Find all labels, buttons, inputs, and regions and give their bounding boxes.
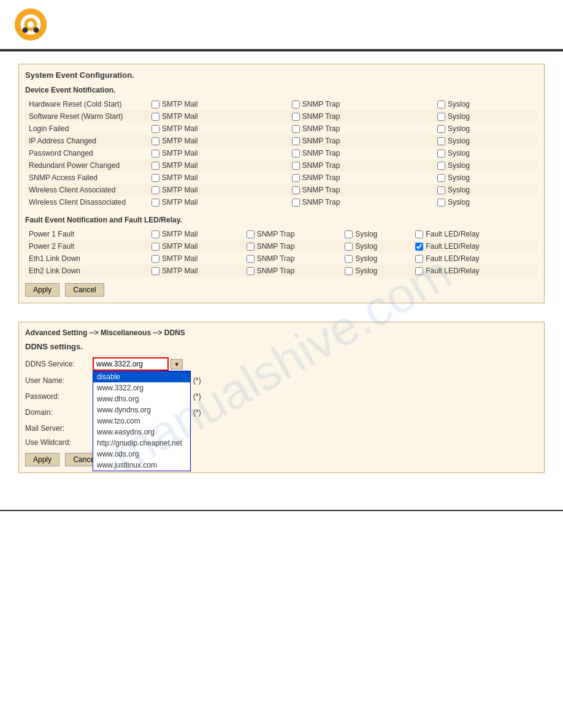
syslog-label: Syslog — [448, 198, 470, 207]
snmp-checkbox[interactable] — [292, 186, 300, 194]
snmp-checkbox[interactable] — [292, 162, 300, 170]
section1-cancel-button[interactable]: Cancel — [65, 283, 104, 297]
snmp-label: SNMP Trap — [302, 100, 340, 108]
fault-syslog-checkbox[interactable] — [345, 267, 353, 275]
smtp-checkbox[interactable] — [151, 186, 159, 194]
domain-required: (*) — [193, 408, 201, 417]
fault-relay-checkbox[interactable] — [415, 255, 423, 263]
dropdown-item[interactable]: www.tzo.com — [93, 415, 190, 427]
event-name: Redundant Power Changed — [25, 159, 148, 172]
device-events-table: Hardware Reset (Cold Start) SMTP Mail SN… — [25, 98, 538, 208]
domain-label: Domain: — [25, 408, 93, 417]
smtp-label: SMTP Mail — [162, 173, 197, 182]
syslog-checkbox[interactable] — [437, 125, 445, 133]
fault-snmp-cell: SNMP Trap — [243, 265, 342, 277]
fault-snmp-label: SNMP Trap — [257, 254, 295, 263]
fault-smtp-checkbox[interactable] — [151, 267, 159, 275]
fault-relay-checkbox[interactable] — [415, 267, 423, 275]
ddns-title: DDNS settings. — [25, 342, 538, 351]
snmp-checkbox[interactable] — [292, 113, 300, 121]
fault-snmp-checkbox[interactable] — [247, 255, 255, 263]
ddns-service-input[interactable] — [94, 358, 167, 370]
smtp-checkbox[interactable] — [151, 100, 159, 108]
snmp-checkbox[interactable] — [292, 137, 300, 145]
ddns-dropdown-arrow[interactable]: ▼ — [170, 359, 183, 370]
fault-event-row: Power 1 Fault SMTP Mail SNMP Trap Syslog… — [25, 228, 538, 240]
snmp-checkbox[interactable] — [292, 100, 300, 108]
ddns-dropdown-open: disablewww.3322.orgwww.dhs.orgwww.dyndns… — [93, 371, 191, 471]
device-event-row: Login Failed SMTP Mail SNMP Trap Syslog — [25, 123, 538, 135]
fault-relay-checkbox[interactable] — [415, 243, 423, 251]
fault-syslog-cell: Syslog — [341, 228, 412, 240]
fault-snmp-label: SNMP Trap — [257, 230, 295, 238]
event-name: Software Reset (Warm Start) — [25, 110, 148, 123]
event-name: IP Address Changed — [25, 135, 148, 147]
snmp-cell: SNMP Trap — [288, 110, 434, 123]
mailserver-label: Mail Server: — [25, 424, 93, 433]
fault-notification-title: Fault Event Notification and Fault LED/R… — [25, 216, 538, 224]
smtp-checkbox[interactable] — [151, 113, 159, 121]
syslog-checkbox[interactable] — [437, 199, 445, 207]
fault-relay-label: Fault LED/Relay — [426, 230, 479, 238]
smtp-checkbox[interactable] — [151, 162, 159, 170]
dropdown-item[interactable]: www.ods.org — [93, 449, 190, 460]
username-label: User Name: — [25, 376, 93, 385]
header — [0, 0, 563, 50]
dropdown-item[interactable]: disable — [93, 371, 190, 382]
system-event-section: System Event Configuration. Device Event… — [18, 64, 545, 303]
syslog-checkbox[interactable] — [437, 100, 445, 108]
dropdown-item[interactable]: www.justlinux.com — [93, 460, 190, 471]
fault-syslog-label: Syslog — [355, 230, 377, 238]
fault-syslog-checkbox[interactable] — [345, 243, 353, 251]
syslog-label: Syslog — [448, 137, 470, 145]
smtp-label: SMTP Mail — [162, 161, 197, 170]
syslog-cell: Syslog — [434, 135, 538, 147]
snmp-cell: SNMP Trap — [288, 196, 434, 208]
smtp-cell: SMTP Mail — [148, 184, 288, 196]
fault-syslog-checkbox[interactable] — [345, 230, 353, 238]
fault-smtp-checkbox[interactable] — [151, 230, 159, 238]
fault-syslog-cell: Syslog — [341, 252, 412, 265]
fault-snmp-checkbox[interactable] — [247, 243, 255, 251]
smtp-cell: SMTP Mail — [148, 172, 288, 184]
syslog-checkbox[interactable] — [437, 137, 445, 145]
syslog-checkbox[interactable] — [437, 186, 445, 194]
syslog-checkbox[interactable] — [437, 150, 445, 157]
smtp-checkbox[interactable] — [151, 125, 159, 133]
syslog-checkbox[interactable] — [437, 174, 445, 182]
fault-snmp-checkbox[interactable] — [247, 267, 255, 275]
smtp-checkbox[interactable] — [151, 174, 159, 182]
section1-apply-button[interactable]: Apply — [25, 283, 59, 297]
fault-syslog-checkbox[interactable] — [345, 255, 353, 263]
syslog-checkbox[interactable] — [437, 162, 445, 170]
device-event-row: SNMP Access Failed SMTP Mail SNMP Trap S… — [25, 172, 538, 184]
smtp-checkbox[interactable] — [151, 150, 159, 157]
snmp-cell: SNMP Trap — [288, 123, 434, 135]
fault-smtp-cell: SMTP Mail — [148, 240, 243, 252]
syslog-cell: Syslog — [434, 147, 538, 159]
snmp-label: SNMP Trap — [302, 161, 340, 170]
fault-relay-label: Fault LED/Relay — [426, 242, 479, 251]
footer-divider — [0, 510, 563, 511]
snmp-checkbox[interactable] — [292, 125, 300, 133]
fault-snmp-cell: SNMP Trap — [243, 228, 342, 240]
smtp-checkbox[interactable] — [151, 199, 159, 207]
snmp-checkbox[interactable] — [292, 199, 300, 207]
fault-relay-checkbox[interactable] — [415, 230, 423, 238]
dropdown-item[interactable]: www.dhs.org — [93, 393, 190, 404]
snmp-checkbox[interactable] — [292, 150, 300, 157]
dropdown-item[interactable]: www.dyndns.org — [93, 404, 190, 415]
dropdown-item[interactable]: www.easydns.org — [93, 427, 190, 438]
fault-smtp-checkbox[interactable] — [151, 243, 159, 251]
smtp-checkbox[interactable] — [151, 137, 159, 145]
syslog-checkbox[interactable] — [437, 113, 445, 121]
fault-event-row: Eth1 Link Down SMTP Mail SNMP Trap Syslo… — [25, 252, 538, 265]
smtp-label: SMTP Mail — [162, 124, 197, 133]
dropdown-item[interactable]: www.3322.org — [93, 382, 190, 393]
fault-snmp-checkbox[interactable] — [247, 230, 255, 238]
syslog-label: Syslog — [448, 161, 470, 170]
dropdown-item[interactable]: http://gnudip.cheapnet.net — [93, 438, 190, 449]
snmp-checkbox[interactable] — [292, 174, 300, 182]
section2-apply-button[interactable]: Apply — [25, 453, 59, 466]
fault-smtp-checkbox[interactable] — [151, 255, 159, 263]
